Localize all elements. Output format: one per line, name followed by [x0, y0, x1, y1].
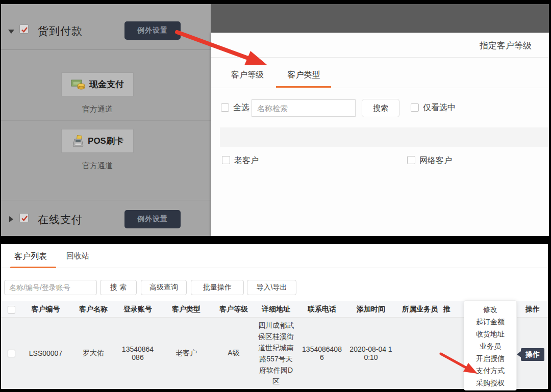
network-customer-label: 网络客户 — [419, 155, 452, 166]
col-phone: 联系电话 — [298, 301, 345, 318]
dialog-tabs: 客户等级 客户类型 — [231, 66, 331, 88]
cod-payment-row: 货到付款 例外设置 — [1, 21, 211, 42]
divider — [211, 57, 549, 58]
pos-payment-label: POS刷卡 — [88, 135, 123, 147]
col-salesman: 所属业务员 — [396, 301, 443, 318]
expand-arrow-icon[interactable] — [9, 216, 13, 222]
cell-address: 四川成都武侯区桂溪街道世纪城南路557号天府软件园D区 — [254, 318, 298, 389]
cash-payment-label: 现金支付 — [89, 79, 124, 90]
cell-customer-no: LSS00007 — [21, 318, 70, 389]
menu-item-min-order-amount[interactable]: 起订金额 — [464, 316, 516, 328]
row-checkbox[interactable] — [8, 350, 15, 357]
divider — [1, 120, 211, 121]
divider — [211, 88, 549, 88]
menu-item-salesman[interactable]: 业务员 — [464, 340, 516, 352]
only-selected-label: 仅看选中 — [423, 102, 456, 113]
payment-settings-page: 货到付款 例外设置 现金支付 官方通道 POS刷卡 — [1, 4, 211, 236]
advanced-query-button[interactable]: 高级查询 — [141, 280, 187, 295]
search-button[interactable]: 搜 索 — [100, 280, 137, 295]
cell-customer-name: 罗大佑 — [70, 318, 117, 389]
old-customer-label: 老客户 — [234, 155, 259, 166]
dialog-search-button[interactable]: 搜索 — [362, 99, 399, 117]
divider — [1, 200, 211, 200]
collapse-arrow-icon[interactable] — [8, 30, 14, 34]
col-customer-type: 客户类型 — [159, 301, 214, 318]
customer-type-options: 老客户 网络客户 — [211, 154, 549, 169]
cell-customer-type: 老客户 — [159, 318, 214, 389]
dialog-search-row: 全选 搜索 仅看选中 — [211, 98, 549, 118]
pos-payment-card[interactable]: POS刷卡 — [61, 129, 134, 153]
active-tab-underline — [10, 267, 56, 268]
row-action-menu: 修改 起订金额 收货地址 业务员 开启授信 支付方式 采购授权 — [464, 300, 517, 390]
list-tabs: 客户列表 回收站 — [1, 244, 548, 268]
header-checkbox[interactable] — [8, 306, 15, 313]
tab-customer-type[interactable]: 客户类型 — [276, 66, 331, 88]
row-action-button[interactable]: 操作 — [521, 348, 544, 361]
cod-checkbox[interactable] — [19, 24, 29, 34]
menu-item-edit[interactable]: 修改 — [464, 303, 516, 316]
cash-icon — [71, 79, 86, 90]
action-popover-pointer — [517, 351, 521, 357]
online-payment-row: 在线支付 例外设置 — [1, 210, 211, 230]
customer-level-dialog: 指定客户等级 客户等级 客户类型 全选 搜索 仅看选中 老客户 — [211, 33, 549, 236]
cell-customer-level: A级 — [214, 318, 254, 389]
old-customer-checkbox[interactable] — [222, 156, 230, 164]
cash-payment-card[interactable]: 现金支付 — [61, 72, 134, 96]
online-exception-button[interactable]: 例外设置 — [124, 210, 181, 228]
tab-customer-list[interactable]: 客户列表 — [14, 251, 47, 262]
pos-channel-label: 官方通道 — [61, 161, 134, 171]
cod-exception-button[interactable]: 例外设置 — [124, 21, 181, 40]
col-customer-level: 客户等级 — [214, 301, 254, 318]
online-label: 在线支付 — [38, 213, 83, 227]
select-all-checkbox[interactable] — [221, 103, 229, 112]
menu-item-purchase-authorization[interactable]: 采购授权 — [464, 377, 516, 389]
cell-salesman — [396, 318, 443, 389]
cell-phone: 13540864086 — [298, 318, 345, 389]
tab-customer-level[interactable]: 客户等级 — [231, 66, 274, 88]
cell-login-account: 13540864086 — [117, 318, 159, 389]
network-customer-checkbox[interactable] — [407, 156, 415, 164]
screenshot-stage: 货到付款 例外设置 现金支付 官方通道 POS刷卡 — [0, 0, 551, 392]
select-all-label: 全选 — [233, 102, 249, 113]
tab-recycle-bin[interactable]: 回收站 — [66, 251, 89, 261]
cash-channel-label: 官方通道 — [61, 104, 134, 114]
only-selected-checkbox[interactable] — [411, 103, 419, 112]
divider — [1, 49, 211, 50]
menu-item-payment-method[interactable]: 支付方式 — [464, 364, 516, 377]
menu-item-shipping-address[interactable]: 收货地址 — [464, 328, 516, 340]
col-address: 详细地址 — [254, 301, 298, 318]
menu-item-enable-credit[interactable]: 开启授信 — [464, 352, 516, 364]
dialog-title: 指定客户等级 — [480, 40, 532, 51]
pos-icon — [71, 135, 85, 147]
customer-search-input[interactable] — [4, 280, 97, 295]
col-login-account: 登录账号 — [117, 301, 159, 318]
cell-added-time: 2020-08-04 10:10 — [345, 318, 396, 389]
cod-label: 货到付款 — [38, 24, 83, 38]
col-added-time: 添加时间 — [345, 301, 396, 318]
batch-operation-button[interactable]: 批量操作 — [191, 280, 244, 295]
modal-backdrop — [211, 4, 549, 33]
list-header-strip — [220, 127, 549, 147]
col-customer-no: 客户编号 — [21, 301, 70, 318]
col-customer-name: 客户名称 — [70, 301, 117, 318]
import-export-button[interactable]: 导入\导出 — [247, 280, 296, 295]
online-checkbox[interactable] — [19, 213, 29, 222]
name-search-input[interactable] — [252, 99, 356, 117]
